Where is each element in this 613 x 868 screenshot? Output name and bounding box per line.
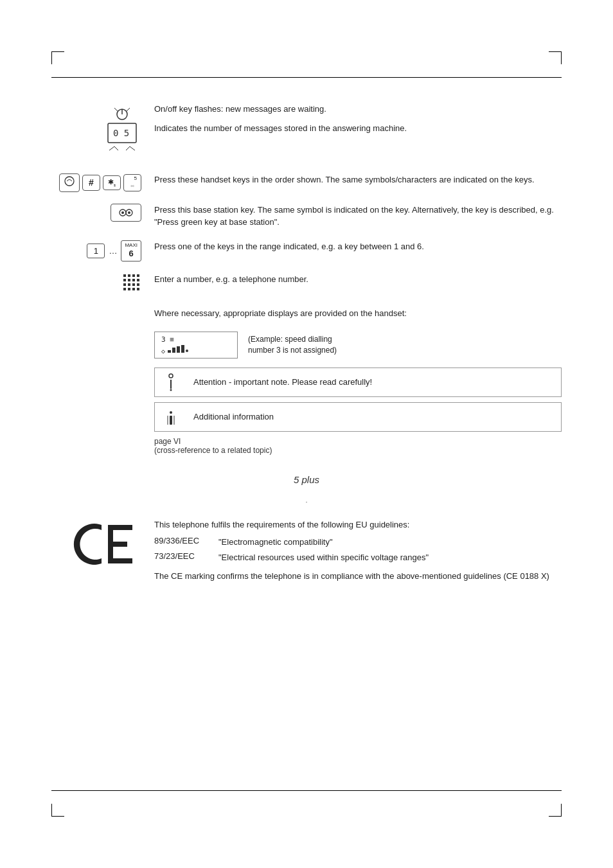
svg-rect-40 [170,416,172,425]
range-keys-row: 1 … MAXI 6 Press one of the keys in the … [51,240,562,261]
svg-rect-34 [181,345,184,353]
display-annotation: (Example: speed dialling number 3 is not… [248,334,337,356]
display-line1: 3 ≡ [161,335,231,344]
svg-rect-28 [128,288,130,290]
main-content: 0 5 On/off key flashes: new messages are… [51,90,562,588]
ce-logo [51,518,154,570]
onoff-text: On/off key flashes: new messages are wai… [154,103,562,134]
key-5-icon: 5 ◦◦ [123,174,141,192]
ce-directive-row-2: 73/23/EEC "Electrical resources used wit… [154,551,562,564]
key-ring-icon [59,173,80,192]
attention-icon [163,373,179,391]
range-separator: … [109,246,117,256]
svg-rect-25 [132,283,135,286]
svg-point-35 [186,350,188,352]
ce-mark-svg [71,518,141,570]
svg-rect-23 [123,283,126,286]
number-grid-icon [122,273,141,296]
display-line2: ◇ [161,345,231,355]
corner-mark-top-left [51,51,64,64]
svg-rect-18 [137,274,139,277]
svg-line-2 [114,108,118,112]
attention-text: Attention - important note. Please read … [187,372,561,392]
range-keys-icon-col: 1 … MAXI 6 [51,240,154,261]
base-key-icon [111,204,141,222]
svg-rect-20 [128,279,130,281]
svg-line-8 [109,146,114,150]
section-divider: · [51,498,562,506]
base-key-icon-col [51,204,154,222]
page: 0 5 On/off key flashes: new messages are… [0,0,613,868]
svg-point-12 [121,211,124,214]
svg-rect-43 [108,525,113,563]
range-key-icon: MAXI 6 [121,240,141,261]
key-hash-icon: # [82,175,100,191]
handset-keys-icon-col: # ✱₂ 5 ◦◦ [51,173,154,192]
svg-rect-31 [168,350,171,353]
divider-top [51,77,562,78]
enter-number-text: Enter a number, e.g. a telephone number. [154,273,562,286]
ce-directive-desc-2: "Electrical resources used within specif… [218,551,429,564]
svg-rect-15 [123,274,126,277]
svg-line-6 [114,146,118,150]
info-box: Additional information [154,402,562,432]
svg-point-10 [65,177,74,186]
key-star-icon: ✱₂ [103,175,121,190]
base-key-row: Press this base station key. The same sy… [51,204,562,229]
base-key-text: Press this base station key. The same sy… [154,204,562,229]
ce-directive-row-1: 89/336/EEC "Electromagnetic compatibilit… [154,536,562,549]
range-keys-icons: 1 … MAXI 6 [87,240,141,261]
page-ref: page VI (cross-reference to a related to… [154,437,562,455]
ce-section: This telephone fulfils the requirements … [51,518,562,588]
range-keys-text: Press one of the keys in the range indic… [154,240,562,253]
svg-rect-44 [113,525,132,530]
svg-rect-16 [128,274,130,277]
svg-rect-30 [137,288,139,290]
power-icon-wrap: 0 5 [103,103,141,161]
handset-keys-row: # ✱₂ 5 ◦◦ Press these handset keys in th… [51,173,562,192]
ce-directive-code-2: 73/23/EEC [154,551,218,564]
svg-rect-19 [123,279,126,281]
attention-box: Attention - important note. Please read … [154,368,562,397]
info-icon-col [155,403,187,431]
info-text: Additional information [187,407,561,427]
ce-text: This telephone fulfils the requirements … [154,518,562,588]
svg-rect-22 [137,279,139,281]
svg-point-36 [169,374,173,378]
svg-text:0 5: 0 5 [113,128,129,138]
svg-rect-21 [132,279,135,281]
svg-rect-45 [113,542,127,547]
ce-directives-table: 89/336/EEC "Electromagnetic compatibilit… [154,536,562,563]
svg-rect-24 [128,283,130,286]
corner-mark-top-right [549,51,562,64]
model-title: 5 plus [51,474,562,485]
handset-keys-text: Press these handset keys in the order sh… [154,173,562,186]
onoff-icon-col: 0 5 [51,103,154,161]
displays-row: Where necessary, appropriate displays ar… [51,307,562,320]
svg-rect-33 [177,346,180,353]
display-bars [168,345,191,355]
handset-keys-icons: # ✱₂ 5 ◦◦ [59,173,141,192]
ce-directive-code-1: 89/336/EEC [154,536,218,549]
svg-point-39 [170,411,172,414]
single-key-icon: 1 [87,244,105,258]
svg-rect-26 [137,283,139,286]
display-example-box: 3 ≡ ◇ [154,332,238,359]
attention-icon-col [155,368,187,396]
svg-rect-32 [172,348,175,353]
attention-box-wrap: Attention - important note. Please read … [154,368,562,397]
svg-line-7 [126,146,130,150]
onoff-key-row: 0 5 On/off key flashes: new messages are… [51,103,562,161]
enter-number-row: Enter a number, e.g. a telephone number. [51,273,562,296]
svg-rect-17 [132,274,135,277]
info-icon [163,407,179,427]
svg-line-9 [130,146,135,150]
svg-point-38 [170,389,172,391]
svg-rect-46 [113,558,132,563]
displays-text: Where necessary, appropriate displays ar… [154,307,562,320]
info-box-wrap: Additional information [154,402,562,432]
svg-rect-29 [132,288,135,290]
phone-display-svg: 0 5 [103,103,141,161]
svg-point-14 [128,211,130,214]
corner-mark-bottom-left [51,804,64,817]
